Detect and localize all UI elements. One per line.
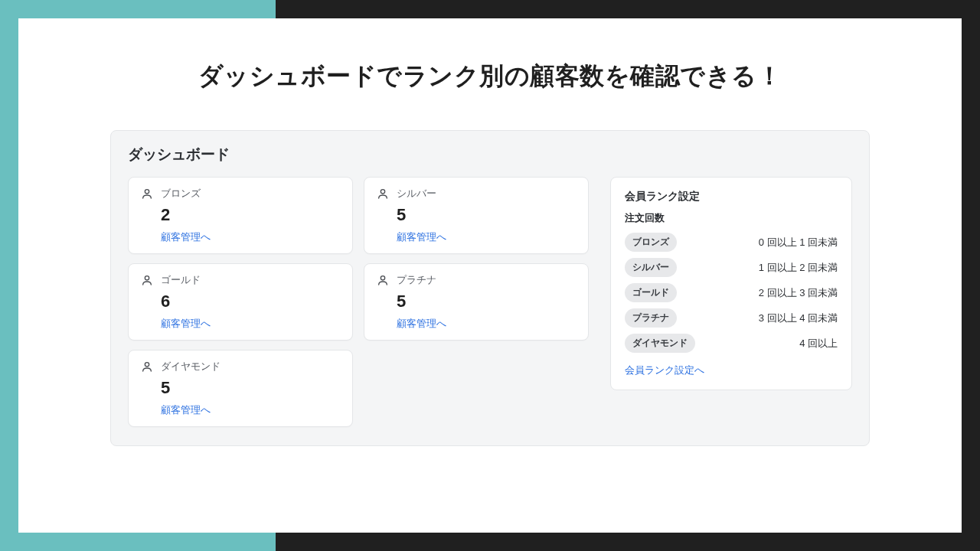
customer-manage-link[interactable]: 顧客管理へ xyxy=(397,231,446,243)
rank-card-name: ブロンズ xyxy=(161,187,201,201)
rank-settings-row: ダイヤモンド 4 回以上 xyxy=(625,334,838,353)
rank-badge-platinum: プラチナ xyxy=(625,308,677,328)
rank-card-value: 2 xyxy=(161,205,340,225)
svg-point-0 xyxy=(145,190,149,194)
rank-card-gold: ゴールド 6 顧客管理へ xyxy=(128,263,353,341)
svg-point-1 xyxy=(145,276,149,280)
rank-rule: 3 回以上 4 回未満 xyxy=(759,311,838,325)
rank-rule: 1 回以上 2 回未満 xyxy=(759,261,838,275)
rank-badge-diamond: ダイヤモンド xyxy=(625,334,695,353)
user-icon xyxy=(377,187,389,200)
rank-settings-row: ブロンズ 0 回以上 1 回未満 xyxy=(625,233,838,252)
rank-rule: 0 回以上 1 回未満 xyxy=(759,236,838,249)
rank-rule: 2 回以上 3 回未満 xyxy=(759,286,838,300)
customer-manage-link[interactable]: 顧客管理へ xyxy=(161,231,211,243)
svg-point-4 xyxy=(381,276,384,280)
rank-settings-row: プラチナ 3 回以上 4 回未満 xyxy=(625,308,838,328)
rank-card-diamond: ダイヤモンド 5 顧客管理へ xyxy=(128,350,353,427)
rank-badge-silver: シルバー xyxy=(625,258,677,277)
rank-cards-column-b: シルバー 5 顧客管理へ プラチナ 5 顧客管理へ xyxy=(364,177,589,341)
rank-card-value: 5 xyxy=(161,378,340,398)
rank-settings-title: 会員ランク設定 xyxy=(625,190,838,204)
svg-point-3 xyxy=(381,190,384,194)
dashboard-panel: ダッシュボード ブロンズ 2 顧客管理へ ゴールド 6 xyxy=(110,130,870,446)
content-frame: ダッシュボードでランク別の顧客数を確認できる！ ダッシュボード ブロンズ 2 顧… xyxy=(18,18,962,533)
rank-badge-bronze: ブロンズ xyxy=(625,233,677,252)
rank-card-name: シルバー xyxy=(397,187,436,201)
rank-card-name: ダイヤモンド xyxy=(161,360,220,373)
rank-card-name: ゴールド xyxy=(161,273,201,287)
rank-card-value: 6 xyxy=(161,292,340,311)
customer-manage-link[interactable]: 顧客管理へ xyxy=(161,318,211,329)
customer-manage-link[interactable]: 顧客管理へ xyxy=(161,404,211,416)
rank-rule: 4 回以上 xyxy=(799,337,838,350)
rank-settings-row: ゴールド 2 回以上 3 回未満 xyxy=(625,283,838,302)
rank-settings-link[interactable]: 会員ランク設定へ xyxy=(625,364,704,377)
rank-card-bronze: ブロンズ 2 顧客管理へ xyxy=(128,177,353,254)
page-headline: ダッシュボードでランク別の顧客数を確認できる！ xyxy=(18,18,962,93)
user-icon xyxy=(377,274,389,286)
dashboard-title: ダッシュボード xyxy=(128,145,852,165)
dashboard-columns: ブロンズ 2 顧客管理へ ゴールド 6 顧客管理へ ダイ xyxy=(128,177,852,427)
rank-card-value: 5 xyxy=(397,292,576,311)
rank-badge-gold: ゴールド xyxy=(625,283,677,302)
user-icon xyxy=(141,274,153,286)
rank-cards-column-a: ブロンズ 2 顧客管理へ ゴールド 6 顧客管理へ ダイ xyxy=(128,177,353,427)
rank-card-value: 5 xyxy=(397,205,576,225)
rank-settings-card: 会員ランク設定 注文回数 ブロンズ 0 回以上 1 回未満 シルバー 1 回以上… xyxy=(610,177,852,390)
user-icon xyxy=(141,187,153,200)
svg-point-2 xyxy=(145,363,149,367)
rank-card-platinum: プラチナ 5 顧客管理へ xyxy=(364,263,589,341)
customer-manage-link[interactable]: 顧客管理へ xyxy=(397,318,446,329)
user-icon xyxy=(141,360,153,373)
rank-settings-subtitle: 注文回数 xyxy=(625,211,838,225)
rank-card-silver: シルバー 5 顧客管理へ xyxy=(364,177,589,254)
rank-card-name: プラチナ xyxy=(397,273,436,287)
rank-settings-row: シルバー 1 回以上 2 回未満 xyxy=(625,258,838,277)
